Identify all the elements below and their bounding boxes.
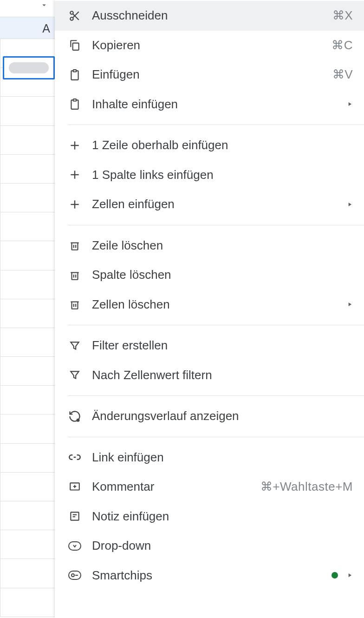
row-cell[interactable] — [0, 588, 55, 617]
menu-divider — [68, 125, 364, 125]
trash-icon — [68, 238, 82, 252]
note-icon — [68, 509, 82, 523]
menu-item-label: Link einfügen — [92, 450, 353, 465]
submenu-arrow-icon — [346, 572, 353, 579]
paste-icon — [68, 68, 82, 82]
copy-icon — [68, 38, 82, 52]
column-header-a[interactable]: A — [4, 17, 55, 39]
menu-item-label: Filter erstellen — [92, 338, 353, 353]
svg-rect-28 — [69, 542, 81, 550]
menu-shortcut: ⌘C — [332, 38, 353, 53]
paste-special-icon — [68, 97, 82, 111]
menu-item-label: Smartchips — [92, 568, 332, 583]
active-cell-selection[interactable] — [3, 56, 55, 79]
menu-item-create-filter[interactable]: Filter erstellen — [55, 331, 364, 361]
menu-shortcut: ⌘V — [332, 67, 353, 82]
row-cell[interactable] — [0, 501, 55, 530]
menu-shortcut: ⌘X — [332, 8, 353, 23]
history-icon — [68, 409, 82, 423]
menu-item-delete-col[interactable]: Spalte löschen — [55, 260, 364, 290]
menu-item-insert-link[interactable]: Link einfügen — [55, 443, 364, 473]
menu-item-label: Inhalte einfügen — [92, 97, 343, 112]
column-dropdown-icon[interactable] — [40, 1, 48, 9]
spreadsheet-background: A — [0, 0, 55, 618]
menu-item-label: Notiz einfügen — [92, 509, 353, 524]
svg-rect-8 — [73, 99, 77, 101]
menu-item-copy[interactable]: Kopieren ⌘C — [55, 31, 364, 60]
svg-point-1 — [70, 17, 73, 20]
row-cell[interactable] — [0, 126, 55, 155]
row-cell[interactable] — [0, 155, 55, 184]
context-menu: Ausschneiden ⌘X Kopieren ⌘C Einfügen ⌘V … — [55, 0, 364, 618]
menu-divider — [68, 395, 364, 396]
menu-item-label: 1 Spalte links einfügen — [92, 168, 353, 182]
row-cell[interactable] — [0, 270, 55, 299]
dropdown-chip-icon — [68, 539, 82, 553]
menu-item-insert-col-left[interactable]: 1 Spalte links einfügen — [55, 160, 364, 190]
menu-item-insert-note[interactable]: Notiz einfügen — [55, 502, 364, 532]
submenu-arrow-icon — [346, 301, 353, 308]
row-cell[interactable] — [0, 473, 55, 501]
svg-point-30 — [72, 574, 74, 577]
comment-icon — [68, 480, 82, 494]
menu-item-label: Spalte löschen — [92, 268, 353, 282]
menu-shortcut: ⌘+Wahltaste+M — [260, 480, 353, 494]
menu-item-show-edit-history[interactable]: Änderungsverlauf anzeigen — [55, 401, 364, 431]
menu-divider — [68, 437, 364, 437]
svg-rect-4 — [73, 43, 79, 50]
smartchips-icon — [68, 568, 82, 582]
menu-divider — [68, 225, 364, 225]
link-icon — [68, 450, 82, 464]
menu-item-label: Einfügen — [92, 67, 332, 82]
row-cell[interactable] — [0, 414, 55, 443]
menu-item-comment[interactable]: Kommentar ⌘+Wahltaste+M — [55, 472, 364, 502]
submenu-arrow-icon — [346, 201, 353, 208]
submenu-arrow-icon — [346, 101, 353, 107]
plus-icon — [68, 168, 82, 182]
cut-icon — [68, 9, 82, 23]
row-cell[interactable] — [0, 444, 55, 473]
menu-item-label: Zeile löschen — [92, 238, 353, 253]
menu-item-delete-row[interactable]: Zeile löschen — [55, 231, 364, 261]
filter-icon — [68, 339, 82, 353]
menu-item-dropdown[interactable]: Drop-down — [55, 531, 364, 561]
menu-item-label: Zellen löschen — [92, 297, 343, 312]
row-cell[interactable] — [0, 328, 55, 357]
row-cell[interactable] — [0, 530, 55, 559]
menu-item-label: Änderungsverlauf anzeigen — [92, 409, 353, 423]
menu-item-cut[interactable]: Ausschneiden ⌘X — [55, 1, 364, 31]
menu-item-label: Kopieren — [92, 38, 332, 53]
menu-item-label: Drop-down — [92, 539, 353, 553]
row-cell[interactable] — [0, 212, 55, 241]
menu-item-label: Nach Zellenwert filtern — [92, 368, 353, 382]
menu-item-insert-cells[interactable]: Zellen einfügen — [55, 190, 364, 219]
row-cell[interactable] — [0, 184, 55, 212]
menu-item-smartchips[interactable]: Smartchips — [55, 561, 364, 591]
menu-divider — [68, 325, 364, 325]
svg-rect-6 — [73, 70, 77, 72]
filter-icon — [68, 368, 82, 382]
menu-item-label: Ausschneiden — [92, 8, 332, 23]
plus-icon — [68, 138, 82, 152]
svg-point-0 — [70, 11, 73, 14]
menu-item-label: Kommentar — [92, 480, 260, 494]
cell-loading-placeholder — [9, 62, 49, 73]
trash-icon — [68, 268, 82, 282]
svg-point-21 — [77, 418, 80, 421]
row-cell[interactable] — [0, 357, 55, 386]
row-cell[interactable] — [0, 97, 55, 125]
menu-item-label: 1 Zeile oberhalb einfügen — [92, 138, 353, 152]
column-header-row: A — [0, 17, 55, 39]
menu-item-label: Zellen einfügen — [92, 197, 343, 211]
row-cell[interactable] — [0, 386, 55, 414]
menu-item-paste-special[interactable]: Inhalte einfügen — [55, 90, 364, 119]
row-cell[interactable] — [0, 299, 55, 328]
trash-icon — [68, 297, 82, 311]
menu-item-paste[interactable]: Einfügen ⌘V — [55, 60, 364, 90]
row-cell[interactable] — [0, 241, 55, 270]
menu-item-delete-cells[interactable]: Zellen löschen — [55, 290, 364, 320]
menu-item-filter-by-value[interactable]: Nach Zellenwert filtern — [55, 361, 364, 390]
new-feature-dot — [332, 572, 338, 579]
menu-item-insert-row-above[interactable]: 1 Zeile oberhalb einfügen — [55, 131, 364, 160]
row-cell[interactable] — [0, 559, 55, 588]
